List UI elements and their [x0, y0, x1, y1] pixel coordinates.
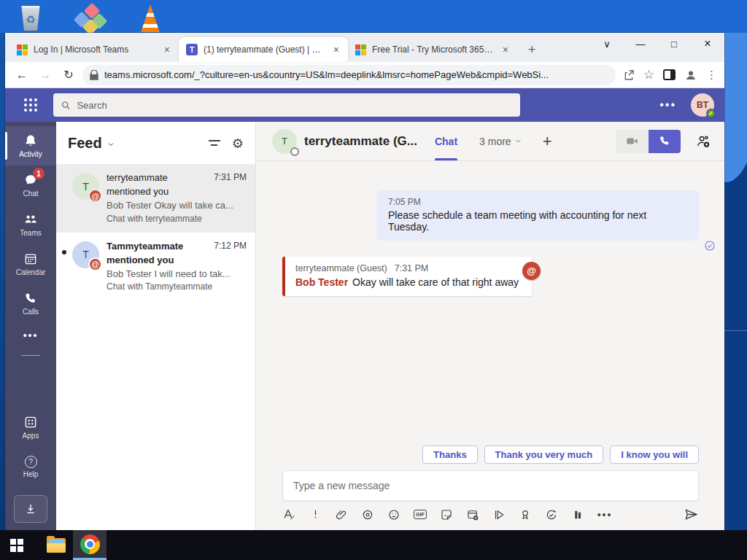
rail-item-apps[interactable]: Apps — [5, 408, 56, 447]
calendar-plus-icon[interactable] — [466, 508, 479, 521]
app-launcher-icon[interactable] — [24, 98, 37, 112]
rail-label: Help — [23, 470, 39, 478]
audio-call-button[interactable] — [649, 130, 681, 153]
share-icon[interactable] — [623, 69, 635, 81]
viva-learning-icon[interactable] — [571, 508, 584, 521]
reload-icon[interactable]: ↻ — [59, 66, 78, 85]
rail-item-chat[interactable]: 1 Chat — [5, 166, 56, 205]
feed-title: Feed — [68, 135, 102, 152]
rail-item-help[interactable]: ? Help — [5, 447, 56, 486]
more-tabs-dropdown[interactable]: 3 more — [479, 136, 522, 147]
feed-item-name: terryteammate — [107, 171, 168, 185]
teams-app: ••• BT ✓ Activity 1 — [5, 88, 724, 530]
topbar-more-icon[interactable]: ••• — [659, 98, 676, 112]
teams-favicon-icon: T — [186, 44, 198, 55]
suggested-reply-button[interactable]: Thank you very much — [484, 446, 604, 464]
browser-toolbar: ← → ↻ teams.microsoft.com/_?culture=en-u… — [5, 62, 724, 88]
feed-item-action: mentioned you — [107, 185, 247, 199]
tab-login-teams[interactable]: Log In | Microsoft Teams × — [9, 37, 179, 62]
send-icon[interactable] — [684, 507, 699, 522]
feed-item-name: Tammyteammate — [107, 240, 183, 254]
compose-area: Thanks Thank you very much I know you wi… — [256, 446, 724, 530]
close-tab-icon[interactable]: × — [161, 44, 173, 55]
microsoft-logo-icon — [17, 44, 28, 55]
approvals-icon[interactable] — [545, 508, 558, 521]
seen-indicator-icon — [704, 240, 716, 252]
rail-label: Chat — [23, 190, 38, 198]
add-people-icon[interactable] — [695, 133, 711, 149]
kebab-menu-icon[interactable]: ⋮ — [706, 69, 717, 82]
message-input-box[interactable] — [282, 470, 699, 501]
bookmark-star-icon[interactable]: ☆ — [643, 67, 654, 82]
more-options-icon[interactable]: ••• — [597, 509, 613, 521]
gif-icon[interactable]: GIF — [414, 510, 427, 519]
tab-teams-chat[interactable]: T (1) terryteammate (Guest) | Micro × — [179, 37, 348, 62]
praise-icon[interactable] — [519, 508, 532, 521]
tab-chat[interactable]: Chat — [430, 122, 462, 160]
chrome-taskbar-button[interactable] — [73, 530, 107, 560]
phone-icon — [659, 135, 671, 147]
suggested-reply-button[interactable]: I know you will — [610, 446, 699, 464]
teams-search-bar[interactable] — [53, 93, 520, 117]
importance-icon[interactable] — [309, 508, 322, 521]
forward-icon[interactable]: → — [36, 66, 55, 85]
calendar-icon — [23, 252, 38, 266]
emoji-icon[interactable] — [387, 508, 400, 521]
feed-item-terryteammate[interactable]: T @ terryteammate 7:31 PM mentioned you … — [56, 164, 255, 233]
side-panel-icon[interactable] — [663, 69, 676, 80]
rail-item-calendar[interactable]: Calendar — [5, 244, 56, 284]
suggested-replies: Thanks Thank you very much I know you wi… — [282, 446, 699, 464]
folder-icon — [47, 538, 66, 553]
format-icon[interactable] — [282, 508, 296, 521]
back-icon[interactable]: ← — [12, 66, 31, 85]
teams-rail: Activity 1 Chat Teams Calendar — [5, 122, 56, 530]
url-text: teams.microsoft.com/_?culture=en-us&coun… — [104, 69, 608, 80]
recycle-bin-icon[interactable]: ♻ — [13, 3, 48, 34]
tab-search-icon[interactable]: ∨ — [590, 33, 624, 55]
video-call-button[interactable] — [616, 130, 648, 153]
close-window-button[interactable]: × — [691, 33, 724, 55]
message-input[interactable] — [293, 480, 688, 491]
user-avatar[interactable]: BT ✓ — [691, 93, 714, 117]
maximize-button[interactable]: □ — [657, 33, 691, 55]
vlc-icon[interactable] — [133, 3, 168, 34]
chat-avatar[interactable]: T — [272, 129, 297, 154]
rail-item-teams[interactable]: Teams — [5, 205, 56, 244]
sticker-icon[interactable] — [440, 508, 453, 521]
close-tab-icon[interactable]: × — [330, 44, 342, 55]
gear-icon[interactable]: ⚙ — [232, 136, 244, 151]
close-tab-icon[interactable]: × — [500, 44, 511, 55]
minimize-button[interactable]: — — [624, 33, 657, 55]
suggested-reply-button[interactable]: Thanks — [422, 446, 478, 464]
tab-free-trial[interactable]: Free Trial - Try Microsoft 365 for × — [348, 37, 517, 62]
new-tab-button[interactable]: + — [522, 39, 542, 60]
stream-icon[interactable] — [492, 508, 506, 521]
feed-panel: Feed ⚙ T @ — [56, 122, 256, 530]
rail-label: Calls — [23, 308, 39, 316]
feed-item-tammyteammate[interactable]: T @ Tammyteammate 7:12 PM mentioned you … — [56, 233, 255, 301]
attach-icon[interactable] — [335, 508, 348, 521]
paint-app-icon[interactable] — [73, 3, 108, 34]
download-desktop-app-button[interactable] — [14, 495, 47, 523]
search-input[interactable] — [77, 100, 513, 111]
chat-header: T terryteammate (G... Chat 3 more + — [256, 122, 724, 161]
file-explorer-button[interactable] — [39, 530, 73, 560]
filter-icon[interactable] — [209, 140, 220, 145]
message-list[interactable]: 7:05 PM Please schedule a team meeting w… — [256, 161, 724, 446]
message-text: Okay will take care of that right away — [352, 276, 519, 288]
unread-dot — [62, 250, 66, 254]
chrome-icon — [80, 534, 100, 554]
address-bar[interactable]: teams.microsoft.com/_?culture=en-us&coun… — [82, 65, 616, 85]
loop-icon[interactable] — [361, 508, 374, 521]
bell-icon — [23, 133, 38, 148]
chevron-down-icon[interactable] — [107, 140, 115, 149]
rail-more-apps-icon[interactable]: ••• — [5, 323, 56, 348]
message-time: 7:31 PM — [395, 263, 429, 273]
start-button[interactable] — [0, 530, 34, 560]
desktop: ♻ Log In | Microsoft Teams × T (1) terry… — [0, 0, 747, 560]
rail-item-activity[interactable]: Activity — [5, 126, 56, 166]
add-tab-button[interactable]: + — [543, 132, 552, 151]
avatar-initials: BT — [697, 100, 708, 110]
rail-item-calls[interactable]: Calls — [5, 284, 56, 323]
profile-icon[interactable] — [684, 69, 697, 82]
